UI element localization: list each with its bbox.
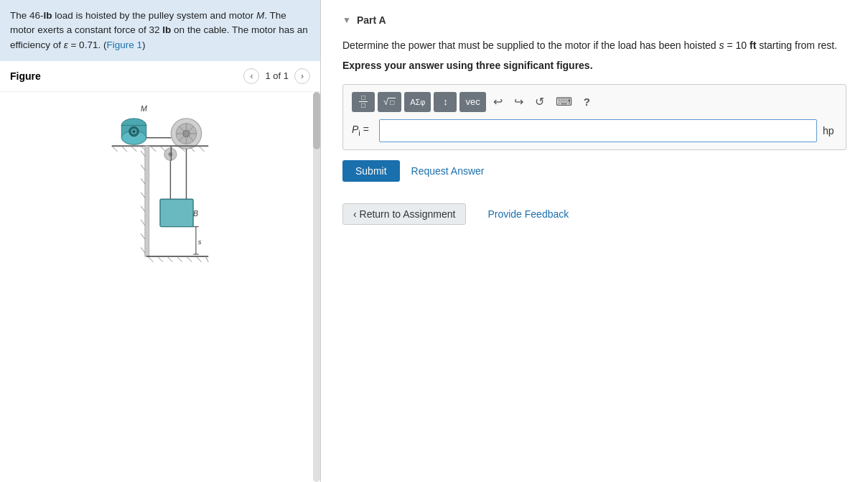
part-collapse-arrow[interactable]: ▼ <box>342 15 351 25</box>
svg-line-52 <box>196 256 202 262</box>
answer-input[interactable] <box>379 119 817 142</box>
svg-text:s: s <box>198 237 202 245</box>
formula-button[interactable]: AΣφ <box>404 92 431 112</box>
answer-box: □ □ √□ AΣφ ↕ vec ↩ ↪ ↺ ⌨ ? Pi = hp <box>342 84 846 150</box>
svg-point-6 <box>133 130 136 133</box>
action-row: Submit Request Answer <box>342 160 846 182</box>
left-panel: The 46-lb load is hoisted by the pulley … <box>0 0 321 482</box>
svg-line-15 <box>112 146 118 152</box>
svg-line-26 <box>141 151 145 157</box>
svg-line-47 <box>148 256 154 262</box>
svg-line-30 <box>141 206 145 212</box>
submit-button[interactable]: Submit <box>342 160 400 182</box>
figure-nav: ‹ 1 of 1 › <box>243 68 310 84</box>
refresh-button[interactable]: ↺ <box>531 92 549 111</box>
part-label: Part A <box>357 14 386 26</box>
answer-label: Pi = <box>352 124 373 137</box>
return-button[interactable]: ‹ Return to Assignment <box>342 203 466 225</box>
updown-button[interactable]: ↕ <box>434 92 457 112</box>
bottom-row: ‹ Return to Assignment Provide Feedback <box>342 203 846 225</box>
problem-text-box: The 46-lb load is hoisted by the pulley … <box>0 0 320 61</box>
math-toolbar: □ □ √□ AΣφ ↕ vec ↩ ↪ ↺ ⌨ ? <box>352 92 837 112</box>
figure-scrollbar[interactable] <box>313 92 320 482</box>
svg-line-19 <box>151 146 157 152</box>
right-panel: ▼ Part A Determine the power that must b… <box>321 0 868 482</box>
request-answer-link[interactable]: Request Answer <box>411 165 485 177</box>
svg-text:M: M <box>141 104 147 113</box>
figure-header: Figure ‹ 1 of 1 › <box>0 61 320 92</box>
question-text: Determine the power that must be supplie… <box>342 37 846 53</box>
svg-line-24 <box>199 146 205 152</box>
svg-line-16 <box>121 146 127 152</box>
provide-feedback-link[interactable]: Provide Feedback <box>487 208 569 220</box>
fraction-button[interactable]: □ □ <box>352 92 375 112</box>
svg-rect-40 <box>160 199 193 226</box>
svg-line-27 <box>141 164 145 170</box>
question-instruction: Express your answer using three signific… <box>342 57 846 73</box>
answer-unit: hp <box>823 125 837 136</box>
figure-counter: 1 of 1 <box>265 70 289 81</box>
figure-link[interactable]: Figure 1 <box>106 40 142 50</box>
svg-line-49 <box>167 256 173 262</box>
svg-point-35 <box>169 152 173 157</box>
redo-button[interactable]: ↪ <box>510 92 528 111</box>
vec-button[interactable]: vec <box>459 92 485 112</box>
figure-prev-button[interactable]: ‹ <box>243 68 259 84</box>
part-header: ▼ Part A <box>342 14 846 26</box>
undo-button[interactable]: ↩ <box>489 92 507 111</box>
svg-line-28 <box>141 178 145 184</box>
figure-area: Figure ‹ 1 of 1 › M <box>0 61 320 482</box>
svg-line-51 <box>186 256 192 262</box>
keyboard-button[interactable]: ⌨ <box>551 92 577 111</box>
figure-next-button[interactable]: › <box>294 68 310 84</box>
sqrt-button[interactable]: √□ <box>378 92 401 112</box>
svg-line-17 <box>131 146 137 152</box>
svg-line-48 <box>157 256 163 262</box>
svg-line-50 <box>177 256 182 262</box>
svg-rect-25 <box>145 146 149 256</box>
help-button[interactable]: ? <box>579 93 594 111</box>
answer-row: Pi = hp <box>352 119 837 142</box>
svg-line-32 <box>141 233 145 239</box>
figure-title: Figure <box>10 70 41 82</box>
svg-line-20 <box>160 146 166 152</box>
svg-line-53 <box>205 256 208 262</box>
svg-line-31 <box>141 220 145 226</box>
pulley-diagram: M <box>52 99 268 272</box>
figure-scrollbar-thumb[interactable] <box>313 92 320 149</box>
figure-image-container: M <box>0 92 320 482</box>
problem-text: The 46-lb load is hoisted by the pulley … <box>10 10 308 50</box>
svg-line-33 <box>141 247 145 253</box>
svg-text:B: B <box>193 209 198 218</box>
svg-line-29 <box>141 192 145 198</box>
